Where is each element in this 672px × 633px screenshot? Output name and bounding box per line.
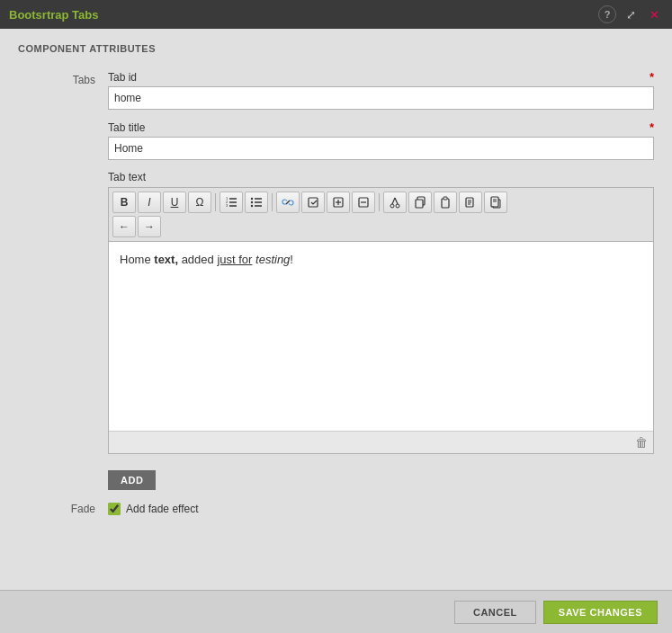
editor-container: B I U Ω 123	[108, 187, 654, 454]
svg-point-9	[251, 198, 253, 200]
svg-point-19	[396, 204, 399, 208]
toolbar-row-1: B I U Ω 123	[112, 192, 650, 213]
tab-text-label: Tab text	[108, 171, 654, 183]
tab-id-input[interactable]	[108, 86, 654, 110]
bold-button[interactable]: B	[112, 192, 136, 213]
link-button[interactable]	[276, 192, 300, 213]
italic-button[interactable]: I	[138, 192, 161, 213]
tab-title-header: Tab title *	[108, 120, 654, 134]
ordered-list-button[interactable]: 123	[220, 192, 243, 213]
editor-italic-text: testing	[255, 253, 290, 266]
svg-line-20	[392, 198, 395, 204]
dialog-title: Bootsrtrap Tabs	[9, 8, 598, 22]
link4-button[interactable]	[352, 192, 375, 213]
omega-button[interactable]: Ω	[188, 192, 211, 213]
tabs-label: Tabs	[18, 70, 108, 86]
undo-button[interactable]: ←	[112, 216, 136, 237]
content-area: COMPONENT ATTRIBUTES Tabs Tab id * Tab t…	[0, 29, 672, 590]
tabs-field-group: Tab id * Tab title * Tab text	[108, 70, 654, 490]
svg-point-18	[390, 204, 394, 208]
editor-content[interactable]: Home text, added just for testing!	[109, 242, 653, 431]
title-bar-controls: ? ⤢ ✕	[598, 5, 663, 23]
svg-rect-23	[416, 200, 423, 208]
link2-button[interactable]	[301, 192, 325, 213]
tab-title-required: *	[650, 120, 654, 134]
toolbar-divider-1	[215, 193, 216, 211]
editor-toolbar: B I U Ω 123	[109, 188, 653, 242]
add-button[interactable]: ADD	[108, 470, 156, 490]
cancel-button[interactable]: CANCEL	[454, 601, 536, 624]
tab-title-input[interactable]	[108, 137, 654, 160]
svg-point-11	[251, 205, 253, 207]
fade-checkbox[interactable]	[108, 503, 121, 515]
editor-underline-text: just for	[217, 253, 252, 266]
fade-row: Fade Add fade effect	[18, 503, 654, 515]
tab-id-required: *	[650, 70, 654, 84]
fade-checkbox-wrapper: Add fade effect	[108, 503, 199, 515]
dialog-container: Bootsrtrap Tabs ? ⤢ ✕ COMPONENT ATTRIBUT…	[0, 0, 672, 633]
tab-title-label: Tab title	[108, 121, 145, 134]
redo-button[interactable]: →	[138, 216, 161, 237]
fade-checkbox-label[interactable]: Add fade effect	[126, 503, 199, 515]
svg-point-10	[251, 201, 253, 203]
close-button[interactable]: ✕	[645, 5, 663, 23]
fade-label: Fade	[18, 503, 108, 515]
help-button[interactable]: ?	[598, 5, 616, 23]
tab-text-section: Tab text B I U Ω 123	[108, 171, 654, 454]
svg-rect-25	[444, 197, 447, 200]
tab-id-header: Tab id *	[108, 70, 654, 84]
toolbar-divider-2	[272, 193, 273, 211]
link3-button[interactable]	[327, 192, 350, 213]
tab-id-label: Tab id	[108, 71, 137, 84]
title-bar: Bootsrtrap Tabs ? ⤢ ✕	[0, 0, 672, 29]
copy-button[interactable]	[408, 192, 432, 213]
save-changes-button[interactable]: SAVE CHANGES	[543, 601, 658, 624]
footer-bar: CANCEL SAVE CHANGES	[0, 590, 672, 633]
underline-button[interactable]: U	[163, 192, 186, 213]
paste-button[interactable]	[434, 192, 457, 213]
tabs-form-row: Tabs Tab id * Tab title * Tab text	[18, 70, 654, 490]
editor-footer: 🗑	[109, 431, 653, 453]
svg-rect-12	[309, 198, 318, 207]
maximize-button[interactable]: ⤢	[622, 5, 640, 23]
svg-text:3: 3	[226, 203, 228, 208]
unordered-list-button[interactable]	[245, 192, 268, 213]
svg-line-21	[395, 198, 398, 204]
cut-button[interactable]	[383, 192, 407, 213]
paste2-button[interactable]	[459, 192, 482, 213]
paste3-button[interactable]	[484, 192, 507, 213]
toolbar-row-2: ← →	[112, 216, 650, 237]
editor-bold-text: text,	[154, 253, 178, 266]
toolbar-divider-3	[379, 193, 380, 211]
delete-tab-button[interactable]: 🗑	[635, 435, 648, 450]
section-title: COMPONENT ATTRIBUTES	[18, 43, 654, 54]
